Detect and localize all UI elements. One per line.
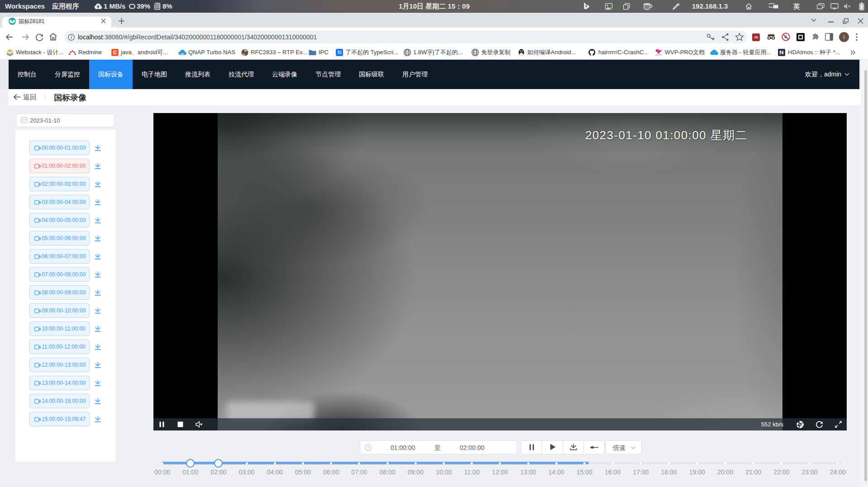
- svg-text:WVP-PRO: WVP-PRO: [655, 54, 663, 56]
